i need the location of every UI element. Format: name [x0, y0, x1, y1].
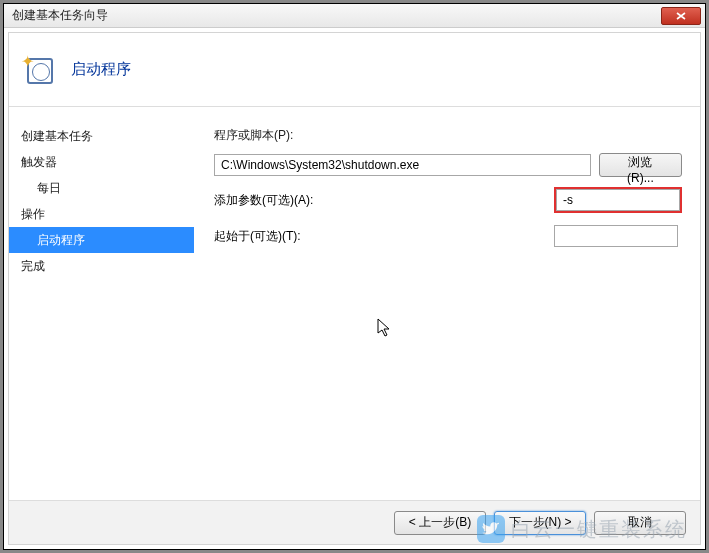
page-title: 启动程序: [71, 60, 131, 79]
cancel-button[interactable]: 取消: [594, 511, 686, 535]
step-finish[interactable]: 完成: [9, 253, 194, 279]
wizard-footer: < 上一步(B) 下一步(N) > 取消: [9, 500, 700, 544]
step-create-basic-task[interactable]: 创建基本任务: [9, 123, 194, 149]
step-action[interactable]: 操作: [9, 201, 194, 227]
back-button[interactable]: < 上一步(B): [394, 511, 486, 535]
wizard-icon: ✦: [23, 54, 55, 86]
program-input[interactable]: [214, 154, 591, 176]
step-trigger[interactable]: 触发器: [9, 149, 194, 175]
wizard-window: 创建基本任务向导 ✦ 启动程序 创建基本任务 触发器 每日 操作 启动程序 完成: [3, 3, 706, 550]
program-label: 程序或脚本(P):: [214, 127, 293, 144]
wizard-steps-sidebar: 创建基本任务 触发器 每日 操作 启动程序 完成: [9, 107, 194, 500]
close-icon: [676, 12, 686, 20]
startin-input[interactable]: [554, 225, 678, 247]
arguments-highlight: [554, 187, 682, 213]
next-button[interactable]: 下一步(N) >: [494, 511, 586, 535]
startin-label: 起始于(可选)(T):: [214, 228, 554, 245]
window-title: 创建基本任务向导: [12, 7, 108, 24]
arguments-label: 添加参数(可选)(A):: [214, 192, 554, 209]
form-panel: 程序或脚本(P): 浏览(R)... 添加参数(可选)(A): 起始于(可选)(…: [194, 107, 700, 500]
close-button[interactable]: [661, 7, 701, 25]
arguments-input[interactable]: [556, 189, 680, 211]
titlebar: 创建基本任务向导: [4, 4, 705, 28]
step-start-program[interactable]: 启动程序: [9, 227, 194, 253]
wizard-body: ✦ 启动程序 创建基本任务 触发器 每日 操作 启动程序 完成 程序或脚本(P)…: [8, 32, 701, 545]
step-daily[interactable]: 每日: [9, 175, 194, 201]
content-area: 创建基本任务 触发器 每日 操作 启动程序 完成 程序或脚本(P): 浏览(R)…: [9, 107, 700, 500]
browse-button[interactable]: 浏览(R)...: [599, 153, 682, 177]
wizard-header: ✦ 启动程序: [9, 33, 700, 107]
